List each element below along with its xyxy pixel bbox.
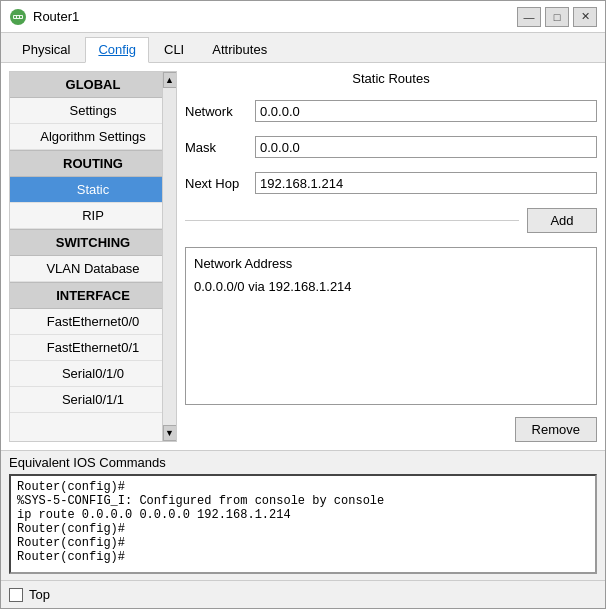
network-input[interactable] bbox=[255, 100, 597, 122]
right-panel: Static Routes Network Mask Next Hop Add … bbox=[185, 71, 597, 442]
top-label: Top bbox=[29, 587, 50, 602]
remove-button[interactable]: Remove bbox=[515, 417, 597, 442]
network-address-entry[interactable]: 0.0.0.0/0 via 192.168.1.214 bbox=[194, 279, 588, 294]
main-window: Router1 — □ ✕ Physical Config CLI Attrib… bbox=[0, 0, 606, 609]
separator-line bbox=[185, 220, 519, 221]
network-label: Network bbox=[185, 104, 255, 119]
maximize-button[interactable]: □ bbox=[545, 7, 569, 27]
mask-label: Mask bbox=[185, 140, 255, 155]
sidebar: GLOBAL Settings Algorithm Settings ROUTI… bbox=[9, 71, 177, 442]
tab-bar: Physical Config CLI Attributes bbox=[1, 33, 605, 63]
top-checkbox-wrapper: Top bbox=[9, 587, 50, 602]
footer-section: Top bbox=[1, 580, 605, 608]
svg-point-2 bbox=[14, 16, 16, 18]
mask-input[interactable] bbox=[255, 136, 597, 158]
sidebar-inner: GLOBAL Settings Algorithm Settings ROUTI… bbox=[10, 72, 176, 441]
next-hop-label: Next Hop bbox=[185, 176, 255, 191]
top-checkbox[interactable] bbox=[9, 588, 23, 602]
bottom-section: Equivalent IOS Commands Router(config)# … bbox=[1, 450, 605, 580]
mask-row: Mask bbox=[185, 136, 597, 158]
sidebar-item-static[interactable]: Static bbox=[10, 177, 176, 203]
sidebar-item-rip[interactable]: RIP bbox=[10, 203, 176, 229]
network-address-title: Network Address bbox=[194, 256, 588, 271]
sidebar-item-fastethernet0-1[interactable]: FastEthernet0/1 bbox=[10, 335, 176, 361]
static-routes-title: Static Routes bbox=[185, 71, 597, 86]
title-bar-controls: — □ ✕ bbox=[517, 7, 597, 27]
separator-row: Add bbox=[185, 208, 597, 233]
sidebar-item-vlan-database[interactable]: VLAN Database bbox=[10, 256, 176, 282]
tab-attributes[interactable]: Attributes bbox=[199, 37, 280, 62]
ios-console-content: Router(config)# %SYS-5-CONFIG_I: Configu… bbox=[17, 480, 589, 568]
add-button[interactable]: Add bbox=[527, 208, 597, 233]
remove-row: Remove bbox=[185, 417, 597, 442]
ios-console[interactable]: Router(config)# %SYS-5-CONFIG_I: Configu… bbox=[9, 474, 597, 574]
tab-config[interactable]: Config bbox=[85, 37, 149, 63]
sidebar-item-settings[interactable]: Settings bbox=[10, 98, 176, 124]
scroll-down-arrow[interactable]: ▼ bbox=[163, 425, 177, 441]
sidebar-item-serial0-1-0[interactable]: Serial0/1/0 bbox=[10, 361, 176, 387]
router-icon bbox=[9, 8, 27, 26]
tab-physical[interactable]: Physical bbox=[9, 37, 83, 62]
sidebar-header-switching: SWITCHING bbox=[10, 229, 176, 256]
sidebar-header-global: GLOBAL bbox=[10, 72, 176, 98]
sidebar-scrollbar[interactable]: ▲ ▼ bbox=[162, 72, 176, 441]
minimize-button[interactable]: — bbox=[517, 7, 541, 27]
svg-point-3 bbox=[17, 16, 19, 18]
network-address-box: Network Address 0.0.0.0/0 via 192.168.1.… bbox=[185, 247, 597, 405]
tab-cli[interactable]: CLI bbox=[151, 37, 197, 62]
sidebar-item-fastethernet0-0[interactable]: FastEthernet0/0 bbox=[10, 309, 176, 335]
svg-point-4 bbox=[20, 16, 22, 18]
title-bar-left: Router1 bbox=[9, 8, 79, 26]
next-hop-input[interactable] bbox=[255, 172, 597, 194]
scroll-up-arrow[interactable]: ▲ bbox=[163, 72, 177, 88]
window-title: Router1 bbox=[33, 9, 79, 24]
ios-commands-label: Equivalent IOS Commands bbox=[9, 455, 597, 470]
next-hop-row: Next Hop bbox=[185, 172, 597, 194]
network-row: Network bbox=[185, 100, 597, 122]
sidebar-item-serial0-1-1[interactable]: Serial0/1/1 bbox=[10, 387, 176, 413]
close-button[interactable]: ✕ bbox=[573, 7, 597, 27]
sidebar-header-routing: ROUTING bbox=[10, 150, 176, 177]
scroll-track bbox=[163, 88, 177, 425]
sidebar-item-algorithm-settings[interactable]: Algorithm Settings bbox=[10, 124, 176, 150]
title-bar: Router1 — □ ✕ bbox=[1, 1, 605, 33]
sidebar-header-interface: INTERFACE bbox=[10, 282, 176, 309]
main-content: GLOBAL Settings Algorithm Settings ROUTI… bbox=[1, 63, 605, 450]
